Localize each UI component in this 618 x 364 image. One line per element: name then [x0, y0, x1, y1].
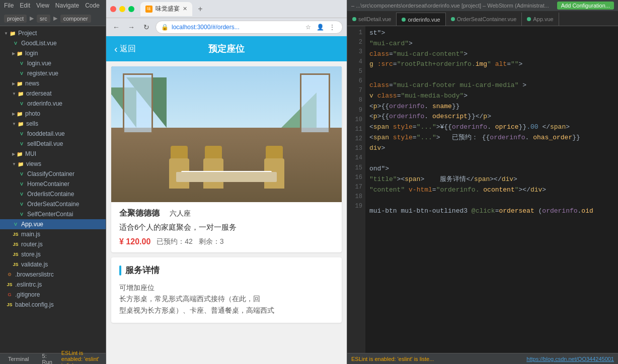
menu-file[interactable]: File	[4, 2, 14, 9]
code-line-4: g :src="rootPath+orderinfo.img" alt="">	[369, 59, 614, 70]
component-badge[interactable]: componer	[60, 15, 91, 23]
forward-nav-button[interactable]: →	[125, 21, 137, 33]
tree-item-login[interactable]: V login.vue	[0, 58, 106, 68]
content-line-2: 长方形桌，常见形式高端西式接待（在此，回	[119, 293, 334, 304]
menu-edit[interactable]: Edit	[20, 2, 30, 9]
menu-navigate[interactable]: Navigate	[55, 2, 79, 9]
bookmark-icon[interactable]: ☆	[303, 22, 313, 32]
tree-item-main-js[interactable]: JS main.js	[0, 229, 106, 239]
menu-dots-icon[interactable]: ⋮	[327, 22, 337, 32]
project-badge[interactable]: project	[4, 15, 27, 23]
tree-item-mui[interactable]: ▶ 📁 MUI	[0, 149, 106, 159]
ide-tree: ▼ 📁 Project V GoodList.vue ▶ 📁 login V l…	[0, 26, 106, 353]
js-file-icon: JS	[6, 281, 13, 288]
tree-item-orderinfo[interactable]: V orderinfo.vue	[0, 99, 106, 109]
tab-orderseatcontainer[interactable]: OrderSeatContainer.vue	[446, 13, 522, 26]
vue-file-icon: V	[18, 201, 25, 208]
content-line-1: 可增加座位	[119, 282, 334, 293]
tab-selldetail[interactable]: sellDetail.vue	[347, 13, 397, 26]
folder-icon: 📁	[17, 160, 24, 167]
refresh-nav-button[interactable]: ↻	[140, 21, 152, 33]
code-line-3: class="mui-card-content">	[369, 49, 614, 60]
vue-file-icon: V	[18, 211, 25, 218]
tree-item-orderlist[interactable]: V OrderlistContaine	[0, 189, 106, 199]
ide-bottom-bar: Terminal 5: Run ESLint is enabled: 'esli…	[0, 353, 106, 364]
tree-item-goodlist[interactable]: V GoodList.vue	[0, 38, 106, 48]
code-line-1: st">	[369, 28, 614, 39]
code-line-8: <p>{{orderinfo. sname}}	[369, 102, 614, 112]
code-bottom-left: ESLint is enabled: 'eslint' is liste...	[351, 356, 434, 362]
tab-app-vue[interactable]: App.vue	[522, 13, 559, 26]
code-bottom-bar: ESLint is enabled: 'eslint' is liste... …	[347, 353, 618, 364]
restaurant-card: 全聚德德德 六人座 适合6个人的家庭聚会，一对一服务 ¥ 120.00 已预约：…	[111, 66, 342, 252]
scene-floor	[111, 128, 342, 203]
tree-item-browserslist[interactable]: ⚙ .browserslistrc	[0, 269, 106, 280]
tree-item-register[interactable]: V register.vue	[0, 68, 106, 78]
add-configuration-button[interactable]: Add Configuration...	[557, 2, 614, 10]
tree-item-orderseat-folder[interactable]: ▼ 📁 orderseat	[0, 88, 106, 99]
vue-dot-icon	[527, 17, 531, 21]
code-line-9: <p>{{orderinfo. odescript}}</p>	[369, 112, 614, 122]
tree-item-home[interactable]: V HomeContainer	[0, 179, 106, 189]
tree-item-photo[interactable]: ▶ 📁 photo	[0, 109, 106, 119]
tree-item-views[interactable]: ▼ 📁 views	[0, 159, 106, 169]
ide-toolbar: project ▶ src ▶ componer	[0, 11, 106, 26]
maximize-button[interactable]	[128, 6, 134, 12]
tree-item-fooddetail[interactable]: V fooddetail.vue	[0, 129, 106, 139]
window-controls	[110, 6, 134, 12]
url-text: localhost:3000/#/orders...	[172, 24, 300, 31]
tree-item-validate-js[interactable]: JS validate.js	[0, 259, 106, 269]
csdn-link[interactable]: https://blog.csdn.net/QQ344245001	[526, 356, 614, 362]
tree-item-selldetail[interactable]: V sellDetail.vue	[0, 139, 106, 149]
back-button[interactable]: ‹ 返回	[114, 43, 136, 55]
vue-file-icon: V	[18, 100, 25, 107]
tree-item-selfcenter[interactable]: V SelfCenterContai	[0, 209, 106, 219]
src-badge[interactable]: src	[37, 15, 50, 23]
tab-favicon: 味	[145, 6, 152, 13]
tree-item-app-vue[interactable]: V App.vue	[0, 219, 106, 229]
tree-item-classify[interactable]: V ClassifyContainer	[0, 169, 106, 179]
code-line-13	[369, 154, 614, 164]
code-line-18: mui-btn mui-btn-outlined3 @click=orderse…	[369, 206, 614, 217]
chair-back-3	[266, 146, 283, 158]
tree-item-login-folder[interactable]: ▶ 📁 login	[0, 48, 106, 58]
code-line-17	[369, 196, 614, 206]
js-file-icon: JS	[12, 261, 19, 268]
minimize-button[interactable]	[119, 6, 125, 12]
ide-panel: File Edit View Navigate Code project ▶ s…	[0, 0, 106, 364]
tree-item-store-js[interactable]: JS store.js	[0, 249, 106, 259]
tree-root[interactable]: ▼ 📁 Project	[0, 28, 106, 38]
tab-close-button[interactable]: ✕	[183, 6, 187, 12]
card-info: 全聚德德德 六人座 适合6个人的家庭聚会，一对一服务 ¥ 120.00 已预约：…	[111, 202, 342, 252]
code-panel: – ...\src\components\orderseat\orderinfo…	[347, 0, 618, 364]
account-icon[interactable]: 👤	[315, 22, 325, 32]
tree-item-gitignore[interactable]: G .gitignore	[0, 290, 106, 300]
menu-view[interactable]: View	[36, 2, 49, 9]
restaurant-image	[111, 66, 342, 202]
tree-item-router-js[interactable]: JS router.js	[0, 239, 106, 249]
address-bar[interactable]: 🔒 localhost:3000/#/orders... ☆ 👤 ⋮	[156, 21, 343, 34]
tree-item-sells[interactable]: ▼ 📁 sells	[0, 119, 106, 129]
menu-code[interactable]: Code	[85, 2, 100, 9]
vue-dot-icon	[451, 17, 455, 21]
code-line-19	[369, 216, 614, 227]
code-line-5	[369, 70, 614, 80]
browser-controls: ← → ↻ 🔒 localhost:3000/#/orders... ☆ 👤 ⋮	[106, 18, 347, 36]
tree-item-eslint[interactable]: JS .eslintrc.js	[0, 280, 106, 290]
browser-tab[interactable]: 味 味觉盛宴 ✕	[140, 2, 192, 16]
vue-file-icon: V	[12, 221, 19, 228]
tab-orderinfo[interactable]: orderinfo.vue	[397, 13, 445, 26]
close-button[interactable]	[110, 6, 116, 12]
back-nav-button[interactable]: ←	[110, 21, 122, 33]
window-left	[123, 73, 153, 134]
tree-item-babel[interactable]: JS babel.config.js	[0, 300, 106, 310]
code-titlebar: – ...\src\components\orderseat\orderinfo…	[347, 0, 618, 11]
tree-item-orderseat[interactable]: V OrderSeatContaine	[0, 199, 106, 209]
tree-item-news[interactable]: ▶ 📁 news	[0, 78, 106, 88]
new-tab-button[interactable]: +	[194, 3, 206, 15]
app-content: ‹ 返回 预定座位	[106, 36, 347, 364]
terminal-tab[interactable]: Terminal	[4, 355, 33, 363]
code-lines: st"> "mui-card"> class="mui-card-content…	[365, 26, 618, 353]
eslint-status-text: ESLint is enabled: 'eslint' is liste...	[351, 356, 434, 362]
run-tab[interactable]: 5: Run	[38, 352, 56, 365]
